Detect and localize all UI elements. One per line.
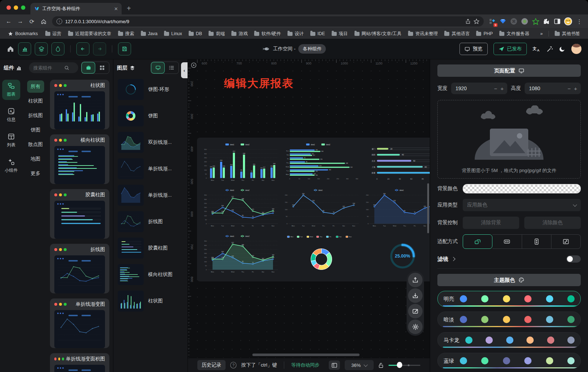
thumbnail-view-button[interactable] <box>151 62 165 74</box>
single-line-chart[interactable]: data1050100150200MonTueWedThuFriSatSun12… <box>281 187 361 232</box>
extension-command-icon[interactable]: ⌘ <box>509 17 518 26</box>
history-button[interactable]: 历史记录 <box>197 360 226 370</box>
height-input[interactable]: −+ <box>525 83 581 94</box>
bookmark-folder[interactable]: Java <box>138 30 160 37</box>
layer-item[interactable]: 饼图-环形 <box>118 79 183 100</box>
width-plus-button[interactable]: + <box>500 85 504 92</box>
category-item[interactable]: 散点图 <box>25 138 47 151</box>
export-button[interactable] <box>408 288 423 303</box>
bookmark-folder[interactable]: 其他语言 <box>441 30 472 38</box>
clear-background-button[interactable]: 清除背景 <box>463 217 519 229</box>
bookmark-folder[interactable]: 搜索 <box>115 30 137 38</box>
edit-button[interactable] <box>408 304 423 318</box>
magic-wand-icon[interactable] <box>546 46 553 53</box>
bookmark-folder[interactable]: 网站/博客/文章/工具 <box>352 30 404 38</box>
charts-panel-button[interactable] <box>18 42 31 55</box>
bookmark-folder[interactable]: 近期需要读的文章 <box>65 30 114 38</box>
height-minus-button[interactable]: − <box>567 85 571 92</box>
user-avatar[interactable] <box>571 44 581 54</box>
canvas-vertical-scrollbar[interactable] <box>427 183 429 233</box>
category-item[interactable]: 饼图 <box>27 124 44 136</box>
canvas-horizontal-scrollbar[interactable] <box>252 354 360 356</box>
bookmarks-manager[interactable]: Bookmarks <box>5 30 41 37</box>
layer-item[interactable]: 双折线渐... <box>118 132 183 153</box>
layer-item[interactable]: 单折线渐... <box>118 158 183 179</box>
help-icon[interactable]: ? <box>230 362 236 368</box>
dual-line-chart[interactable]: data1data2050100150200250300350MonTueWed… <box>201 187 281 232</box>
component-card[interactable]: 柱状图 <box>50 80 109 129</box>
capsule-bar-chart[interactable]: 厦门20南阳40北京60上海80新疆100020406080100 <box>362 141 430 186</box>
editor-canvas[interactable]: 6007008009001000110012001300 20030040050… <box>188 59 430 372</box>
dashboard-preview[interactable]: data1data2050100150200250300350MonTueWed… <box>197 138 430 281</box>
page-config-header[interactable]: 页面配置 <box>437 64 581 77</box>
height-field[interactable] <box>528 85 549 92</box>
component-card[interactable]: 横向柱状图 <box>50 134 109 184</box>
sidebar-toggle-icon[interactable] <box>553 17 562 26</box>
progress-ring-chart[interactable]: 25.00% <box>362 233 430 278</box>
other-bookmarks[interactable]: 其他书签 <box>552 30 583 38</box>
clear-color-button[interactable]: 清除颜色 <box>524 217 581 229</box>
bookmark-folder[interactable]: DB <box>186 30 205 37</box>
canvas-text-element[interactable]: 编辑大屏报表 <box>224 76 294 91</box>
slider-thumb[interactable] <box>397 362 402 368</box>
theme-color-header[interactable]: 主题颜色 <box>437 274 581 286</box>
height-plus-button[interactable]: + <box>574 85 577 92</box>
category-item[interactable]: 折线图 <box>25 109 47 122</box>
lock-icon[interactable] <box>378 362 383 368</box>
site-info-icon[interactable]: i <box>56 18 62 24</box>
bookmark-folder[interactable]: 设计 <box>285 30 307 38</box>
dark-mode-moon-icon[interactable] <box>559 46 566 52</box>
chevron-right-icon[interactable] <box>451 257 455 261</box>
new-tab-button[interactable]: + <box>122 4 136 14</box>
collapse-panel-button[interactable]: ‹ <box>181 62 188 78</box>
preview-button[interactable]: 预览 <box>459 43 488 55</box>
history-panel-icon[interactable] <box>329 360 340 370</box>
save-button[interactable] <box>118 42 131 55</box>
theme-row-3[interactable]: 蓝绿 <box>437 353 581 369</box>
back-icon[interactable]: ← <box>4 16 14 26</box>
maximize-window-button[interactable] <box>21 5 25 10</box>
single-view-button[interactable] <box>81 62 95 74</box>
rail-item-info[interactable]: A信息 <box>2 105 20 125</box>
component-card[interactable]: 单折线渐变图 <box>50 298 109 348</box>
width-input[interactable]: −+ <box>451 83 507 94</box>
reload-icon[interactable]: ⟳ <box>27 16 37 26</box>
layer-item[interactable]: 横向柱状图 <box>118 264 183 285</box>
browser-tab[interactable]: 工作空间-各种组件 ✕ <box>30 3 122 14</box>
extension-record-icon[interactable] <box>520 17 529 26</box>
bookmark-folder[interactable]: 运营 <box>42 30 64 38</box>
publish-button[interactable]: 已发布 <box>494 43 527 55</box>
browser-menu-icon[interactable]: ⋮ <box>574 16 584 26</box>
background-upload-dropzone[interactable]: 背景图需小于 5M ，格式为 png/jpg/gif 的文件 <box>437 100 581 179</box>
rail-item-chart[interactable]: 图表 <box>2 80 20 100</box>
fit-width-button[interactable] <box>492 234 522 249</box>
bookmark-folder[interactable]: 前端 <box>206 30 228 38</box>
component-card[interactable]: 胶囊柱图 <box>50 189 109 239</box>
extension-gem-icon[interactable] <box>498 17 508 26</box>
close-window-button[interactable] <box>7 5 11 10</box>
bookmark-folder[interactable]: PHP <box>473 30 496 37</box>
component-card[interactable]: 折线图 <box>50 244 109 293</box>
app-type-select[interactable]: 应用颜色 <box>463 199 581 211</box>
background-color-swatch[interactable] <box>463 184 581 193</box>
bookmark-folder[interactable]: 软件/硬件 <box>251 30 284 38</box>
rail-item-widget[interactable]: 小组件 <box>2 156 20 176</box>
tab-close-icon[interactable]: ✕ <box>114 6 118 12</box>
bookmark-folder[interactable]: 资讯未整理 <box>405 30 441 38</box>
bar-chart[interactable]: data1data2050100150200250300350MonTueWed… <box>201 141 281 186</box>
profile-avatar[interactable] <box>563 17 573 26</box>
theme-row-2[interactable]: 马卡龙 <box>437 332 581 348</box>
share-icon[interactable] <box>465 18 471 24</box>
fit-scale-button[interactable] <box>463 234 492 249</box>
bookmark-folder[interactable]: 游戏 <box>228 30 251 38</box>
bookmark-folder[interactable]: IDE <box>307 30 328 37</box>
fit-height-button[interactable] <box>522 234 551 249</box>
list-view-button[interactable] <box>165 62 178 74</box>
single-line-area-chart[interactable]: data1050100150200MonTueWedThuFriSatSun12… <box>362 187 430 232</box>
rail-item-list[interactable]: 列表 <box>2 130 20 151</box>
extension-tool-icon[interactable]: 9 <box>487 17 497 26</box>
category-item[interactable]: 地图 <box>27 153 44 165</box>
category-item[interactable]: 所有 <box>27 80 44 93</box>
language-icon[interactable]: 文A <box>533 45 541 53</box>
fit-stretch-button[interactable] <box>551 234 581 249</box>
